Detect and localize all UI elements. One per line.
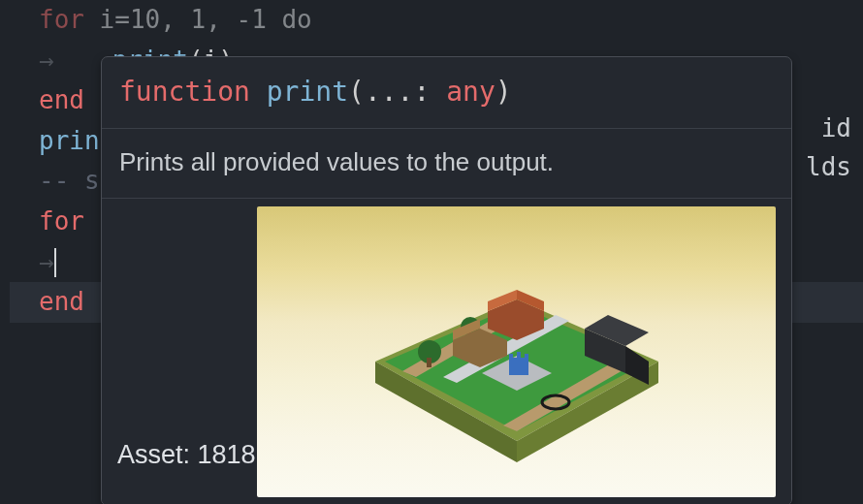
indent-arrow-icon: → [39, 247, 54, 276]
svg-rect-12 [521, 358, 525, 375]
asset-preview-image [257, 206, 776, 497]
code-editor[interactable]: for i=10, 1, -1 do →print(i) end prin id… [0, 0, 863, 504]
keyword-for-2: for [39, 206, 84, 236]
sig-arg: ... [365, 76, 414, 108]
sig-fn-name: print [267, 76, 348, 108]
keyword-end: end [39, 85, 84, 114]
sig-paren-open: ( [348, 76, 365, 108]
svg-rect-14 [427, 358, 432, 367]
svg-rect-10 [525, 354, 528, 375]
cursor-caret [54, 248, 56, 277]
sig-type: any [446, 76, 495, 108]
code-line-1: for i=10, 1, -1 do [10, 0, 863, 41]
code-text: i=10, 1, -1 do [84, 5, 312, 34]
keyword-for: for [39, 5, 84, 34]
svg-rect-9 [517, 352, 521, 375]
svg-rect-8 [509, 354, 513, 375]
svg-rect-11 [513, 358, 517, 375]
keyword-end-2: end [39, 287, 84, 316]
tooltip-body: Asset: 1818 [102, 199, 791, 504]
fn-partial: prin [39, 126, 100, 155]
sig-colon: : [413, 76, 446, 108]
indent-arrow-icon: → [39, 46, 54, 75]
sig-paren-close: ) [495, 76, 512, 108]
code-fragment-id: id [821, 109, 851, 149]
asset-label: Asset: 1818 [117, 434, 256, 476]
hover-tooltip: function print(...: any) Prints all prov… [101, 56, 792, 504]
game-island-icon [362, 272, 672, 466]
sig-keyword: function [119, 76, 250, 108]
comment-fragment: -- s [39, 166, 100, 195]
tooltip-signature: function print(...: any) [102, 57, 791, 129]
tooltip-description: Prints all provided values to the output… [102, 129, 791, 200]
code-fragment-lds: lds [806, 147, 851, 188]
